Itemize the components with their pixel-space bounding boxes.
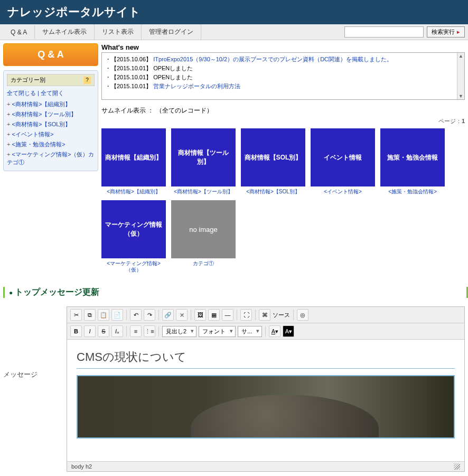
site-header: ナレッジポータルサイト bbox=[0, 0, 468, 24]
category-list: <商材情報>【組織別】 <商材情報>【ツール別】 <商材情報>【SOL別】 <イ… bbox=[7, 99, 95, 167]
section-title: トップメッセージ更新 bbox=[3, 287, 468, 298]
bullist-icon[interactable]: ⋮≡ bbox=[144, 325, 155, 337]
whatsnew-title: What's new bbox=[101, 43, 465, 51]
removeformat-icon[interactable]: Iₓ bbox=[111, 325, 123, 337]
arrow-icon: ▸ bbox=[457, 29, 460, 35]
category-item[interactable]: <イベント情報> bbox=[7, 129, 95, 139]
category-item[interactable]: <マーケティング情報>（仮）カテゴ① bbox=[7, 150, 95, 167]
category-item[interactable]: <商材情報>【SOL別】 bbox=[7, 119, 95, 129]
tab-thumbnail[interactable]: サムネイル表示 bbox=[35, 24, 95, 40]
search-button[interactable]: 検索実行▸ bbox=[427, 26, 465, 38]
thumbnail-label: サムネイル表示 ： （全てのレコード） bbox=[101, 106, 465, 115]
news-text: OPENしました bbox=[153, 74, 193, 80]
news-link[interactable]: 営業ナレッジポータルの利用方法 bbox=[153, 83, 240, 89]
maximize-icon[interactable]: ⛶ bbox=[240, 309, 252, 321]
tile-caption[interactable]: <商材情報>【SOL別】 bbox=[241, 189, 305, 195]
tile[interactable]: マーケティング情報（仮） bbox=[101, 200, 166, 258]
table-icon[interactable]: ▦ bbox=[208, 309, 220, 321]
qa-button[interactable]: Q & A bbox=[3, 43, 98, 66]
textcolor-icon[interactable]: A▾ bbox=[269, 325, 280, 337]
strike-icon[interactable]: S bbox=[98, 325, 109, 337]
news-text: OPENしました bbox=[153, 65, 193, 71]
category-header: カテゴリー別 ? bbox=[7, 74, 95, 86]
size-select[interactable]: サ... bbox=[238, 326, 262, 337]
category-toggle: 全て閉じる | 全て開く bbox=[7, 89, 95, 97]
element-path[interactable]: body h2 bbox=[71, 463, 92, 470]
close-all-link[interactable]: 全て閉じる bbox=[7, 90, 36, 96]
tile-caption[interactable]: <マーケティング情報>（仮） bbox=[101, 260, 166, 273]
content-image[interactable] bbox=[77, 375, 455, 438]
paste-text-icon[interactable]: 📄 bbox=[111, 309, 123, 321]
unlink-icon[interactable]: ⤫ bbox=[176, 309, 188, 321]
category-badge-icon[interactable]: ? bbox=[83, 77, 91, 84]
source-label[interactable]: ソース bbox=[273, 311, 290, 319]
bgcolor-icon[interactable]: A▾ bbox=[283, 325, 294, 337]
italic-icon[interactable]: I bbox=[84, 325, 96, 337]
search-input[interactable] bbox=[344, 26, 424, 38]
category-item[interactable]: <施策・勉強会情報> bbox=[7, 139, 95, 150]
tab-qa[interactable]: Q & A bbox=[3, 25, 35, 39]
cut-icon[interactable]: ✂ bbox=[70, 309, 82, 321]
category-item[interactable]: <商材情報>【組織別】 bbox=[7, 99, 95, 109]
redo-icon[interactable]: ↷ bbox=[144, 309, 155, 321]
rich-text-editor: ✂ ⧉ 📋 📄 ↶ ↷ 🔗 ⤫ 🖼 ▦ ― ⛶ ⌘ ソース ◎ B I S bbox=[67, 306, 465, 472]
tile[interactable]: 商材情報【ツール別】 bbox=[171, 128, 236, 186]
category-panel: カテゴリー別 ? 全て閉じる | 全て開く <商材情報>【組織別】 <商材情報>… bbox=[3, 70, 98, 171]
category-item[interactable]: <商材情報>【ツール別】 bbox=[7, 109, 95, 119]
template-icon[interactable]: ◎ bbox=[297, 309, 308, 321]
heading-select[interactable]: 見出し2 bbox=[162, 326, 196, 337]
tile[interactable]: イベント情報 bbox=[311, 128, 375, 186]
tab-list[interactable]: リスト表示 bbox=[95, 24, 142, 40]
main-toolbar: Q & A サムネイル表示 リスト表示 管理者ログイン 検索実行▸ bbox=[0, 24, 468, 40]
bold-icon[interactable]: B bbox=[70, 325, 82, 337]
tab-admin-login[interactable]: 管理者ログイン bbox=[142, 24, 201, 40]
tile[interactable]: 商材情報【SOL別】 bbox=[241, 128, 305, 186]
whatsnew-box: ・【2015.10.06】 ITproExpo2015（9/30～10/2）の展… bbox=[101, 52, 465, 100]
tile-caption[interactable]: <商材情報>【ツール別】 bbox=[171, 189, 236, 195]
scrollbar[interactable] bbox=[457, 53, 464, 99]
tile-caption[interactable]: カテゴ① bbox=[171, 260, 236, 267]
editor-toolbar-1: ✂ ⧉ 📋 📄 ↶ ↷ 🔗 ⤫ 🖼 ▦ ― ⛶ ⌘ ソース ◎ bbox=[67, 307, 464, 323]
editor-content[interactable]: CMSの現状について bbox=[67, 340, 464, 461]
numlist-icon[interactable]: ≡ bbox=[130, 325, 142, 337]
hr-icon[interactable]: ― bbox=[222, 309, 233, 321]
editor-side-label: メッセージ bbox=[3, 306, 56, 472]
tile[interactable]: 施策・勉強会情報 bbox=[380, 128, 445, 186]
copy-icon[interactable]: ⧉ bbox=[84, 309, 96, 321]
resize-grip-icon[interactable] bbox=[454, 463, 460, 470]
tile-caption[interactable]: <イベント情報> bbox=[311, 189, 375, 195]
open-all-link[interactable]: 全て開く bbox=[41, 90, 64, 96]
image-icon[interactable]: 🖼 bbox=[194, 309, 206, 321]
editor-path-bar: body h2 bbox=[67, 461, 464, 471]
paste-icon[interactable]: 📋 bbox=[98, 309, 109, 321]
news-link[interactable]: ITproExpo2015（9/30～10/2）の展示ブースでのプレゼン資料（D… bbox=[153, 56, 392, 62]
source-icon[interactable]: ⌘ bbox=[259, 309, 270, 321]
tile-noimage[interactable]: no image bbox=[171, 200, 236, 258]
undo-icon[interactable]: ↶ bbox=[130, 309, 142, 321]
page-info: ページ：1 bbox=[101, 117, 465, 125]
link-icon[interactable]: 🔗 bbox=[162, 309, 174, 321]
thumbnail-grid: 商材情報【組織別】<商材情報>【組織別】 商材情報【ツール別】<商材情報>【ツー… bbox=[101, 128, 465, 273]
editor-toolbar-2: B I S Iₓ ≡ ⋮≡ 見出し2 フォント サ... A▾ A▾ bbox=[67, 323, 464, 340]
tile-caption[interactable]: <商材情報>【組織別】 bbox=[101, 189, 166, 195]
tile-caption[interactable]: <施策・勉強会情報> bbox=[380, 189, 445, 195]
tile[interactable]: 商材情報【組織別】 bbox=[101, 128, 166, 186]
content-heading[interactable]: CMSの現状について bbox=[77, 349, 455, 369]
font-select[interactable]: フォント bbox=[199, 326, 236, 337]
